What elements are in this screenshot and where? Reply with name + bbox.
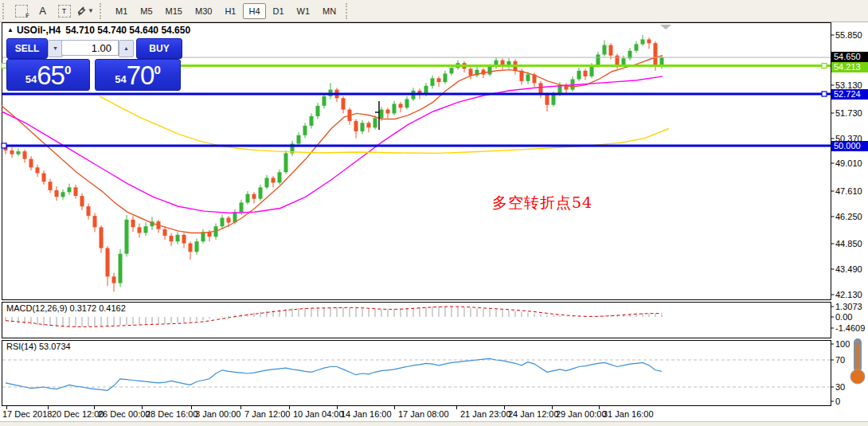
date-label: 17 Dec 2018 — [2, 409, 52, 419]
price-tick-label: 55.850 — [835, 30, 862, 40]
price-tick-label: 51.730 — [835, 108, 862, 118]
price-tick-label: 43.490 — [835, 264, 862, 274]
rsi-scale-label: 70 — [835, 355, 845, 365]
date-label: 17 Jan 08:00 — [398, 409, 449, 419]
timeframe-buttons: M1M5M15M30H1H4D1W1MN — [110, 3, 343, 19]
buy-button[interactable]: BUY — [136, 38, 182, 59]
price-tick-label: 47.610 — [835, 186, 862, 196]
date-label: 3 Jan 00:00 — [195, 409, 241, 419]
toolbar-grip-right[interactable] — [346, 3, 351, 19]
macd-frame — [2, 303, 831, 338]
arrows-tool-icon[interactable]: ▼ — [76, 2, 96, 20]
blue-support-line-2-handle[interactable] — [2, 143, 6, 148]
timeframe-m5[interactable]: M5 — [135, 3, 158, 19]
date-label: 14 Jan 16:00 — [341, 409, 392, 419]
text-tool-icon[interactable]: A — [33, 2, 53, 20]
sell-price-prefix: 54 — [25, 74, 37, 84]
date-label: 10 Jan 04:00 — [293, 409, 344, 419]
fibonacci-tool-icon[interactable]: F — [11, 2, 31, 20]
rsi-indicator-label: RSI(14) 53.0734 — [6, 342, 71, 351]
text-label-tool-icon[interactable]: T — [54, 2, 74, 20]
rsi-scale-label: 30 — [835, 382, 845, 392]
mt4-window: FAT▼ M1M5M15M30H1H4D1W1MN ▲USOil-,H454.7… — [0, 0, 868, 426]
drawing-tools-group: FAT▼ — [11, 2, 97, 20]
macd-scale-label: 1.3073 — [835, 302, 862, 311]
price-tick-label: 46.250 — [835, 212, 862, 221]
date-label: 28 Dec 16:00 — [146, 409, 197, 419]
timeframe-d1[interactable]: D1 — [268, 3, 290, 19]
collapse-icon[interactable]: ▲ — [7, 26, 14, 33]
price-badge-54-213: 54.213 — [831, 62, 868, 72]
rsi-frame — [2, 341, 831, 406]
price-badge-52-724: 52.724 — [831, 89, 868, 100]
sell-price-big: 65 — [37, 64, 65, 87]
date-label: 24 Jan 12:00 — [508, 409, 559, 419]
sell-price-tile[interactable]: 54650 — [6, 59, 90, 91]
date-label: 21 Jan 23:00 — [460, 409, 511, 419]
date-label: 20 Dec 12:00 — [52, 409, 104, 419]
chart-title: ▲USOil-,H454.710 54.740 54.640 54.650 — [7, 25, 190, 36]
macd-scale-label: 0.00 — [835, 312, 852, 322]
toolbar-grip-left[interactable] — [2, 3, 8, 19]
buy-price-big: 70 — [127, 64, 154, 87]
timeframe-m30[interactable]: M30 — [190, 3, 217, 19]
sell-price-sup: 0 — [65, 64, 71, 76]
volume-increase-button[interactable]: ▲ — [119, 40, 134, 57]
toolbar-grip-timeframes[interactable] — [100, 3, 105, 19]
buy-price-prefix: 54 — [115, 74, 126, 84]
symbol-label: USOil-,H4 — [17, 25, 61, 36]
ma-slow-line — [100, 96, 669, 153]
price-tick-label: 49.010 — [835, 158, 862, 168]
date-label: 7 Jan 12:00 — [244, 409, 291, 419]
timeframe-h4[interactable]: H4 — [243, 3, 265, 19]
volume-input[interactable]: 1.00 — [61, 40, 119, 56]
price-badge-50-000: 50.000 — [831, 141, 868, 151]
rsi-scale-label: 0 — [835, 397, 840, 406]
one-click-trading-panel: SELL ▼ 1.00 ▲ BUY 54650 54700 — [6, 37, 181, 92]
chart-annotation-text: 多空转折点54 — [492, 193, 592, 213]
macd-indicator-label: MACD(12,26,9) 0.3172 0.4162 — [6, 303, 126, 313]
timeframe-h1[interactable]: H1 — [219, 3, 241, 19]
dropdown-caret-icon[interactable]: ▼ — [88, 7, 94, 14]
date-label: 26 Dec 00:00 — [98, 409, 150, 419]
thermometer-icon — [847, 337, 868, 386]
price-tick-label: 44.850 — [835, 239, 862, 248]
timeframe-m1[interactable]: M1 — [110, 3, 133, 19]
timeframe-m15[interactable]: M15 — [160, 3, 188, 19]
blue-support-line-1-handle[interactable] — [822, 92, 827, 96]
buy-price-sup: 0 — [154, 64, 160, 76]
status-strip — [0, 421, 868, 426]
toolbar: FAT▼ M1M5M15M30H1H4D1W1MN — [0, 0, 868, 22]
price-badge-54-650: 54.650 — [831, 52, 868, 62]
macd-scale-label: -1.4609 — [835, 323, 865, 333]
price-tick-label: 42.130 — [835, 290, 862, 299]
rsi-line — [6, 358, 662, 390]
green-resistance-line-handle[interactable] — [822, 64, 827, 68]
sell-button[interactable]: SELL — [6, 38, 48, 59]
timeframe-mn[interactable]: MN — [317, 3, 342, 19]
timeframe-w1[interactable]: W1 — [291, 3, 316, 19]
chart-shift-marker-icon[interactable] — [660, 25, 671, 29]
date-label: 29 Jan 00:00 — [556, 409, 607, 419]
ohlc-values: 54.710 54.740 54.640 54.650 — [65, 25, 190, 36]
date-label: 31 Jan 16:00 — [603, 409, 654, 419]
buy-price-tile[interactable]: 54700 — [95, 59, 181, 91]
